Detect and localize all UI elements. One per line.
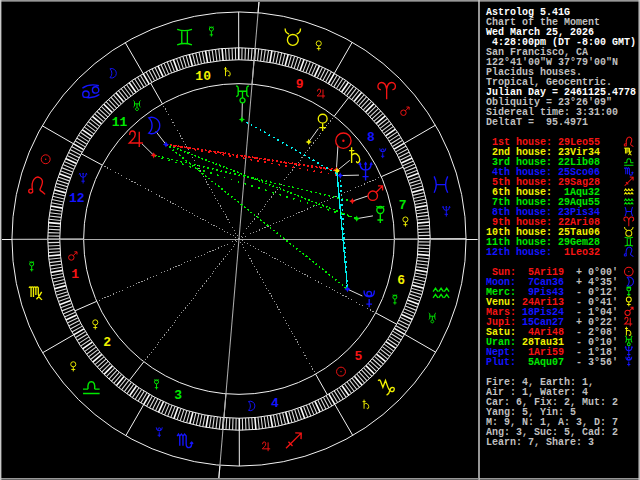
svg-text:Plut:: Plut: [486,357,516,368]
svg-text:2: 2 [103,335,111,350]
svg-text:5: 5 [355,349,363,364]
svg-text:Learn: 7, Share: 3: Learn: 7, Share: 3 [486,437,594,448]
svg-text:7: 7 [399,198,407,213]
svg-text:9: 9 [296,77,304,92]
svg-text:6: 6 [397,273,405,288]
svg-text:12th house:: 12th house: [486,247,552,258]
svg-text:10: 10 [195,69,211,84]
svg-text:8: 8 [367,130,375,145]
svg-text:DeltaT = 95.4971: DeltaT = 95.4971 [486,117,588,128]
svg-text:11: 11 [112,115,128,130]
svg-text:1Leo32: 1Leo32 [552,247,600,258]
svg-text:4: 4 [271,396,279,411]
svg-text:1: 1 [71,267,79,282]
svg-text:12: 12 [69,191,85,206]
svg-text:5Aqu07: 5Aqu07 [522,357,564,368]
svg-text:3: 3 [174,388,182,403]
svg-text:- 3°56': - 3°56' [564,357,618,368]
